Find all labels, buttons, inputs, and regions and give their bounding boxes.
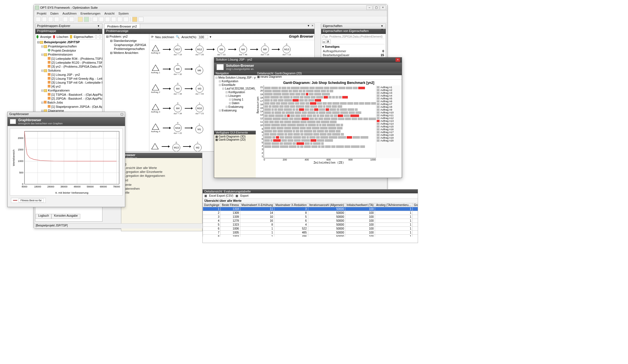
table-row[interactable]: 6100615225000010011100011: [203, 227, 418, 231]
export-icon[interactable]: ▦: [236, 194, 238, 197]
problem-tree-item[interactable]: ⊟ Weitere Ansichten: [105, 51, 149, 55]
expand-icon[interactable]: ▾: [322, 45, 325, 48]
gui-item[interactable]: ▦ Gantt-Diagramm (3D): [215, 135, 255, 138]
menu-daten[interactable]: Daten: [50, 12, 58, 15]
close-button[interactable]: ×: [380, 5, 386, 10]
table-row[interactable]: 213091485000010011100011: [203, 211, 418, 215]
gui-item[interactable]: ▦ Gantt-Diagramm (2D): [215, 138, 255, 141]
tree-item[interactable]: [2] Lösung TSP mit Greedy Alg. - Leiterp…: [35, 77, 102, 81]
tree-item[interactable]: [1] Leiterplatte R34 - (Problems.TSP.Dat…: [35, 57, 102, 61]
tool-view1-icon[interactable]: [93, 17, 98, 22]
zoom-icon[interactable]: 🔍: [176, 35, 180, 39]
gb-max-icon[interactable]: ▢: [120, 112, 123, 117]
problem-tree-item[interactable]: Graphanzeige JSP/IGA: [105, 43, 149, 47]
tab-konsole[interactable]: Konsolen-Ausgabe: [51, 214, 80, 219]
tool-saveall-icon[interactable]: [54, 17, 59, 22]
nav-tree-item[interactable]: ⊟ Lösung 1: [215, 98, 255, 101]
problem-tree-item[interactable]: ⊟ Standardanzeige: [105, 39, 149, 43]
tool-view3-icon[interactable]: [105, 17, 110, 22]
doc-tab-dropdown-icon[interactable]: ▾: [307, 24, 310, 29]
tool-view4-icon[interactable]: [111, 17, 116, 22]
view-icon[interactable]: [36, 35, 38, 38]
tool-run-icon[interactable]: [78, 17, 83, 22]
nav-tree-item[interactable]: ⊟ Meta-Solution Lösung JSP - yn…: [215, 76, 255, 79]
menu-system[interactable]: System: [118, 12, 129, 15]
tree-item[interactable]: [4] yn2: [35, 84, 102, 88]
view-label[interactable]: Anzeige: [40, 35, 51, 38]
tool-view6-icon[interactable]: [124, 17, 129, 22]
table-row[interactable]: 412781665000010011100011: [203, 219, 418, 223]
menu-projekt[interactable]: Projekt: [37, 12, 46, 15]
tool-gear-icon[interactable]: [84, 17, 89, 22]
tool-new-icon[interactable]: [36, 17, 41, 22]
table-row[interactable]: 7100514855000010011100011: [203, 231, 418, 235]
props-sort-icon[interactable]: ⚏: [322, 40, 326, 44]
tree-item[interactable]: [1] TSPGA - Basiskonf. - (Opt.AppPlugins…: [35, 93, 102, 97]
new-diagram-icon[interactable]: ▦: [257, 75, 261, 78]
tool-exit-icon[interactable]: [138, 17, 143, 22]
nav-tree-item[interactable]: ⊟ Einzelläufe: [215, 83, 255, 87]
menu-ausfuehren[interactable]: Ausführen: [63, 12, 77, 15]
zoom-dropdown-icon[interactable]: ▾: [210, 35, 211, 39]
tree-item[interactable]: ⊟Beispielprojekt JSP/TSP: [35, 40, 102, 44]
nav-tree-item[interactable]: ⊟ Evaluierung: [215, 109, 255, 112]
tree-item[interactable]: ⊟Probleminstanzen: [35, 52, 102, 57]
tab-logbuch[interactable]: Logbuch: [36, 214, 51, 219]
tool-view5-icon[interactable]: [117, 17, 122, 22]
tool-copy-icon[interactable]: [63, 17, 68, 22]
tool-delete-icon[interactable]: [69, 17, 74, 22]
export-button[interactable]: Export: [240, 194, 248, 197]
excel-icon[interactable]: ▦: [204, 194, 207, 197]
fitness-chart[interactable]: 0500100015002000800018000280003800048000…: [10, 128, 123, 196]
tool-open-icon[interactable]: [42, 17, 47, 22]
tree-item[interactable]: ⊟Konfigurationen: [35, 88, 102, 93]
table-row[interactable]: 313391055000010011100011: [203, 215, 418, 219]
zoom-input[interactable]: [198, 35, 208, 39]
table-row[interactable]: 113181135000010011100011: [203, 207, 418, 211]
tool-save-icon[interactable]: [48, 17, 53, 22]
tool-view2-icon[interactable]: [99, 17, 104, 22]
doc-tab[interactable]: Problem-Browser yn2: [104, 24, 140, 29]
gantt-chart[interactable]: Gantt-Diagramm: Job Shop Scheduling Benc…: [256, 80, 402, 178]
props-tab[interactable]: Eigenschaften: [323, 24, 342, 28]
tree-item[interactable]: Projekt-Deskriptor: [35, 49, 102, 52]
explorer-tree[interactable]: ⊟Beispielprojekt JSP/TSP⊟Projekteigensch…: [35, 40, 102, 121]
problem-tree-item[interactable]: Problemeigenschaften: [105, 47, 149, 51]
search-icon[interactable]: [99, 35, 101, 38]
redraw-icon[interactable]: ⟳: [151, 35, 154, 39]
menu-erweiterungen[interactable]: Erweiterungen: [81, 12, 101, 15]
tree-item[interactable]: ⊟Projekteigenschaften: [35, 44, 102, 49]
tree-item[interactable]: [1] Stapelprogramm JSPGA - (Opt.AppPlugi…: [35, 105, 102, 109]
delete-icon[interactable]: [53, 35, 55, 38]
explorer-tab[interactable]: Projektmappen-Explorer: [37, 24, 70, 28]
problem-tree-item[interactable]: ⊟ Problem: yn2: [105, 35, 149, 39]
new-diagram-button[interactable]: neues Diagramm: [261, 75, 282, 78]
delete-label[interactable]: Löschen: [57, 35, 68, 38]
props-close-icon[interactable]: ▾ ×: [380, 24, 384, 28]
nav-tree-item[interactable]: ⊟ Konfiguration: [215, 79, 255, 83]
menu-ansicht[interactable]: Ansicht: [104, 12, 115, 15]
nav-tree-item[interactable]: ⊟ Evaluierung: [215, 105, 255, 109]
tree-item[interactable]: ⊟Solutions: [35, 68, 102, 73]
maximize-button[interactable]: ▢: [373, 5, 379, 10]
table-row[interactable]: 51323845000010011100011: [203, 223, 418, 227]
redraw-label[interactable]: Neu zeichnen: [155, 35, 174, 39]
props-label[interactable]: Eigenschaften: [74, 35, 93, 38]
sol-close-button[interactable]: ×: [396, 58, 400, 62]
excel-export-button[interactable]: Excel Export (CSV): [209, 194, 233, 197]
tree-item[interactable]: [1] Lösung JSP - yn2: [35, 73, 102, 77]
nav-tree-item[interactable]: ⊟ Lauf Id:201268_152345_3…: [215, 87, 255, 90]
doc-tab-close-icon[interactable]: ×: [310, 24, 314, 29]
props-icon[interactable]: [70, 35, 72, 38]
tree-item[interactable]: [3] yn2 - (Problems.JSPIGA.Data.cProblem…: [35, 65, 102, 68]
gui-elements-list[interactable]: ▦ Gantt-Diagramm (3D)▦ Gantt-Diagramm (2…: [214, 134, 256, 178]
explorer-pin-icon[interactable]: ▾ ×: [97, 24, 101, 28]
table-row[interactable]: 8100314865000010011100011: [203, 235, 418, 237]
refresh-icon[interactable]: [95, 35, 97, 38]
props-cat-icon[interactable]: A: [327, 40, 331, 44]
property-row[interactable]: AuftragsNummer0: [322, 49, 385, 53]
tree-item[interactable]: [2] Leiterplatte R120 - (Problems.TSP.Da…: [35, 61, 102, 65]
tree-item[interactable]: [2] JSPGA - Basiskonf. - (Opt.AppPlugins…: [35, 97, 102, 100]
nav-tree-item[interactable]: ⊟ Lösungen: [215, 94, 255, 98]
tree-item[interactable]: ⊟Batch-Jobs: [35, 100, 102, 105]
